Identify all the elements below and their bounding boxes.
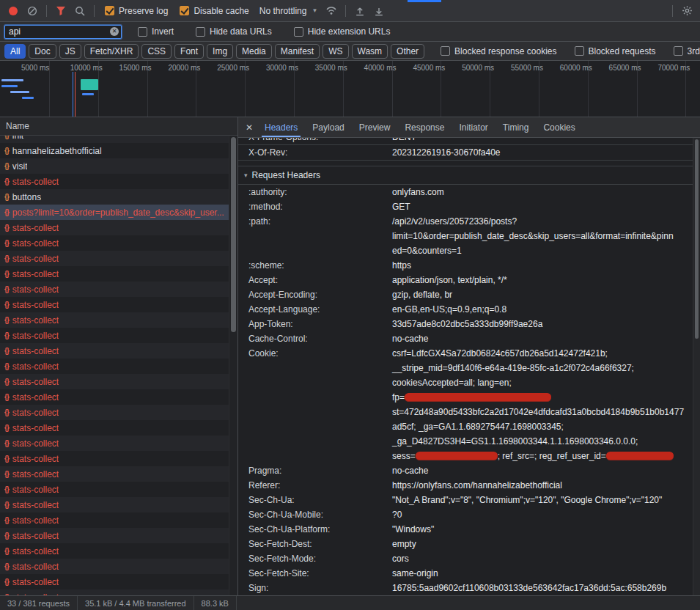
- request-row[interactable]: {}stats-collect: [0, 174, 229, 189]
- request-row[interactable]: {}stats-collect: [0, 235, 229, 251]
- search-button[interactable]: [70, 1, 89, 21]
- clear-icon: [27, 6, 37, 16]
- request-row[interactable]: {}visit: [0, 158, 229, 174]
- export-har-button[interactable]: [369, 1, 388, 21]
- timeline-tick-label: 30000 ms: [266, 64, 298, 72]
- network-overview-timeline[interactable]: 5000 ms10000 ms15000 ms20000 ms25000 ms3…: [0, 61, 700, 117]
- request-list-scrollbar[interactable]: [229, 136, 237, 595]
- request-row[interactable]: {}stats-collect: [0, 466, 229, 482]
- checkbox-label: Hide data URLs: [210, 26, 272, 37]
- close-details-button[interactable]: ✕: [241, 120, 257, 136]
- disable-cache-checkbox[interactable]: Disable cache: [180, 6, 248, 16]
- request-row[interactable]: {}hannahelizabethofficial: [0, 143, 229, 158]
- tab-initiator[interactable]: Initiator: [452, 117, 495, 137]
- tab-cookies[interactable]: Cookies: [536, 117, 582, 137]
- header-value-text: cookiesAccepted=all; lang=en;: [392, 378, 512, 388]
- request-row[interactable]: {}stats-collect: [0, 574, 229, 589]
- filter-chip-fetch-xhr[interactable]: Fetch/XHR: [84, 44, 139, 59]
- request-row[interactable]: {}stats-collect: [0, 343, 229, 359]
- request-row[interactable]: {}init: [0, 136, 229, 143]
- request-row[interactable]: {}stats-collect: [0, 420, 229, 436]
- request-row[interactable]: {}stats-collect: [0, 589, 229, 595]
- filter-chip-js[interactable]: JS: [59, 44, 81, 59]
- tab-headers[interactable]: Headers: [257, 117, 305, 137]
- hide-extension-urls-checkbox[interactable]: Hide extension URLs: [294, 26, 391, 37]
- header-value-text: ad5cf; _ga=GA1.1.689275447.1698003345;: [392, 422, 564, 432]
- request-row[interactable]: {}stats-collect: [0, 436, 229, 451]
- request-row[interactable]: {}stats-collect: [0, 220, 229, 235]
- filter-chip-ws[interactable]: WS: [323, 44, 348, 59]
- transferred-size: 35.1 kB / 4.4 MB transferred: [78, 596, 194, 610]
- timeline-tick-label: 15000 ms: [119, 64, 152, 72]
- request-row[interactable]: {}stats-collect: [0, 482, 229, 497]
- header-value-line: ad5cf; _ga=GA1.1.689275447.1698003345;: [392, 419, 687, 434]
- request-row[interactable]: {}stats-collect: [0, 559, 229, 574]
- tab-timing[interactable]: Timing: [495, 117, 537, 137]
- scrollbar-thumb[interactable]: [231, 137, 236, 332]
- request-row[interactable]: {}stats-collect: [0, 405, 229, 420]
- filter-input[interactable]: [4, 25, 122, 39]
- filter-chip-font[interactable]: Font: [174, 44, 204, 59]
- record-button[interactable]: [4, 1, 23, 21]
- scrollbar-thumb[interactable]: [695, 139, 699, 339]
- filter-button[interactable]: [51, 1, 70, 21]
- request-row[interactable]: {}stats-collect: [0, 266, 229, 282]
- request-row[interactable]: {}stats-collect: [0, 389, 229, 405]
- checkbox-icon: [575, 46, 584, 56]
- request-name: stats-collect: [12, 346, 59, 356]
- request-row[interactable]: {}stats-collect: [0, 497, 229, 512]
- filter-chip-css[interactable]: CSS: [141, 44, 172, 59]
- request-row[interactable]: {}posts?limit=10&order=publish_date_desc…: [0, 205, 229, 220]
- request-row[interactable]: {}stats-collect: [0, 312, 229, 328]
- header-value: "Windows": [392, 522, 687, 537]
- row-separator: [238, 160, 693, 161]
- request-headers-section-header[interactable]: ▾ Request Headers: [238, 166, 693, 185]
- name-column-header[interactable]: Name: [0, 117, 237, 136]
- request-row[interactable]: {}stats-collect: [0, 251, 229, 266]
- blocked-response-cookies-checkbox[interactable]: Blocked response cookies: [441, 46, 556, 56]
- invert-checkbox[interactable]: Invert: [138, 26, 174, 37]
- request-row[interactable]: {}stats-collect: [0, 297, 229, 312]
- tab-response[interactable]: Response: [397, 117, 452, 137]
- header-value: 33d57ade8c02dbc5a333db99ff9ae26a: [392, 317, 687, 331]
- request-row[interactable]: {}stats-collect: [0, 528, 229, 543]
- filter-chip-doc[interactable]: Doc: [29, 44, 56, 59]
- clear-filter-icon[interactable]: ✕: [110, 27, 119, 36]
- request-row[interactable]: {}stats-collect: [0, 451, 229, 466]
- settings-button[interactable]: [677, 1, 696, 21]
- request-name: stats-collect: [12, 254, 59, 264]
- request-row[interactable]: {}stats-collect: [0, 543, 229, 559]
- request-row[interactable]: {}stats-collect: [0, 359, 229, 374]
- blocked-requests-checkbox[interactable]: Blocked requests: [575, 46, 656, 56]
- filter-chip-img[interactable]: Img: [207, 44, 233, 59]
- request-row[interactable]: {}stats-collect: [0, 328, 229, 343]
- preserve-log-checkbox[interactable]: Preserve log: [105, 6, 168, 16]
- import-har-button[interactable]: [350, 1, 369, 21]
- tab-payload[interactable]: Payload: [305, 117, 351, 137]
- network-conditions-button[interactable]: [322, 1, 341, 21]
- waterfall-bar: [81, 79, 98, 90]
- filter-chip-all[interactable]: All: [4, 44, 26, 59]
- throttling-select[interactable]: No throttling ▼: [255, 4, 323, 18]
- request-type-icon: {}: [4, 470, 9, 478]
- request-name: stats-collect: [12, 392, 59, 403]
- hide-data-urls-checkbox[interactable]: Hide data URLs: [196, 26, 272, 37]
- request-row[interactable]: {}buttons: [0, 189, 229, 205]
- advanced-filter-checkboxes: Blocked response cookiesBlocked requests…: [435, 46, 700, 56]
- tab-preview[interactable]: Preview: [352, 117, 398, 137]
- header-row: Sec-Fetch-Mode:cors: [238, 551, 693, 566]
- header-value-line: /api2/v2/users/20572336/posts?: [392, 214, 687, 229]
- request-row[interactable]: {}stats-collect: [0, 374, 229, 389]
- details-scrollbar[interactable]: [693, 138, 700, 595]
- filter-chip-media[interactable]: Media: [236, 44, 272, 59]
- request-row[interactable]: {}stats-collect: [0, 512, 229, 528]
- filter-chip-manifest[interactable]: Manifest: [275, 44, 320, 59]
- 3rd-party-requests-checkbox[interactable]: 3rd-party requests: [674, 46, 700, 56]
- request-name: stats-collect: [12, 546, 59, 556]
- clear-button[interactable]: [23, 1, 42, 21]
- request-row[interactable]: {}stats-collect: [0, 282, 229, 297]
- header-value: https: [392, 258, 687, 273]
- request-name: stats-collect: [12, 577, 59, 587]
- filter-chip-wasm[interactable]: Wasm: [352, 44, 388, 59]
- filter-chip-other[interactable]: Other: [391, 44, 424, 59]
